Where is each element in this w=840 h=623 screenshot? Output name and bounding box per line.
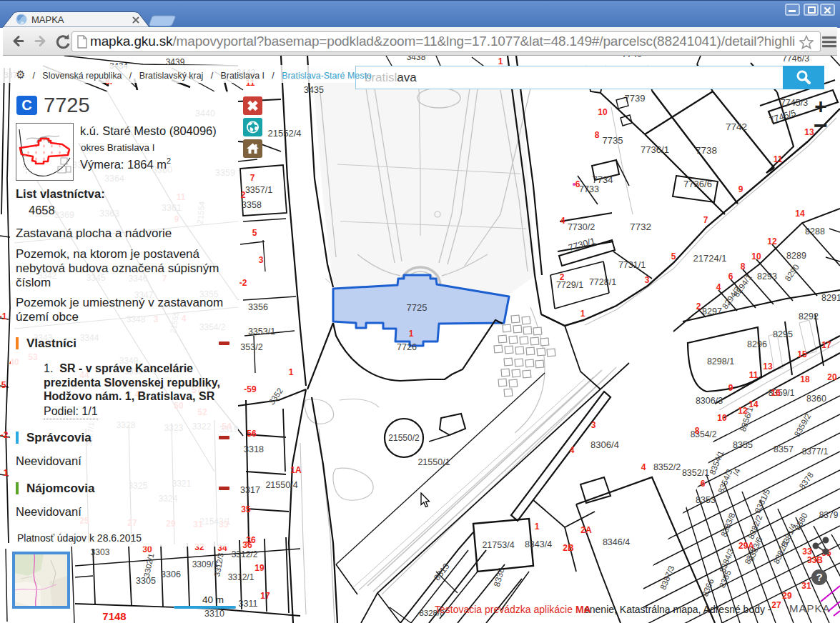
svg-text:2B: 2B xyxy=(563,543,574,553)
svg-text:4: 4 xyxy=(560,216,565,226)
svg-text:4: 4 xyxy=(716,282,721,292)
svg-text:4: 4 xyxy=(570,445,575,455)
svg-text:8298/1: 8298/1 xyxy=(707,357,734,367)
svg-text:3: 3 xyxy=(259,255,264,265)
svg-text:3353/1: 3353/1 xyxy=(248,327,275,337)
svg-text:-2: -2 xyxy=(239,278,247,288)
svg-text:3357/1: 3357/1 xyxy=(245,185,272,195)
svg-text:17: 17 xyxy=(260,591,270,601)
svg-text:31: 31 xyxy=(801,581,811,591)
svg-text:8352/2: 8352/2 xyxy=(653,462,681,472)
svg-text:3311: 3311 xyxy=(239,599,258,609)
svg-text:3317: 3317 xyxy=(240,485,260,495)
svg-text:7732: 7732 xyxy=(630,221,651,232)
svg-text:8357: 8357 xyxy=(774,444,794,454)
svg-text:7735: 7735 xyxy=(603,135,623,146)
svg-text:7733: 7733 xyxy=(579,184,599,194)
svg-text:8306/4: 8306/4 xyxy=(591,439,619,450)
svg-text:1: 1 xyxy=(580,309,585,319)
svg-text:7745/3: 7745/3 xyxy=(781,98,808,108)
svg-text:12: 12 xyxy=(767,236,777,246)
svg-text:8: 8 xyxy=(595,130,600,140)
svg-text:8352/1: 8352/1 xyxy=(682,468,709,478)
svg-text:2: 2 xyxy=(696,301,701,312)
svg-text:1: 1 xyxy=(289,367,294,377)
svg-text:3318: 3318 xyxy=(244,444,264,454)
svg-text:29: 29 xyxy=(782,591,792,601)
svg-text:8289: 8289 xyxy=(786,251,806,261)
svg-text:8: 8 xyxy=(695,426,700,436)
svg-text:35: 35 xyxy=(241,504,251,514)
svg-text:21552/4: 21552/4 xyxy=(268,128,302,139)
svg-text:7736/6: 7736/6 xyxy=(683,179,712,189)
svg-text:6: 6 xyxy=(575,179,580,189)
svg-text:14: 14 xyxy=(795,209,805,219)
svg-text:-59: -59 xyxy=(244,384,257,394)
svg-text:7726: 7726 xyxy=(397,342,417,352)
svg-text:8306/3: 8306/3 xyxy=(696,396,723,406)
svg-text:8293: 8293 xyxy=(757,271,777,281)
svg-text:2A: 2A xyxy=(580,525,592,535)
svg-text:7736/1: 7736/1 xyxy=(641,144,669,155)
svg-text:56: 56 xyxy=(247,429,257,439)
svg-text:21753/4: 21753/4 xyxy=(482,540,514,550)
svg-text:13: 13 xyxy=(763,362,773,372)
svg-text:8353: 8353 xyxy=(696,495,716,505)
svg-text:15: 15 xyxy=(797,349,807,359)
svg-text:16: 16 xyxy=(771,388,781,398)
svg-text:3356: 3356 xyxy=(248,302,268,312)
svg-text:7734: 7734 xyxy=(593,174,613,185)
svg-text:7739: 7739 xyxy=(625,93,646,104)
svg-text:19: 19 xyxy=(255,563,265,573)
svg-text:3: 3 xyxy=(591,420,596,430)
svg-text:9: 9 xyxy=(728,383,733,393)
svg-text:12: 12 xyxy=(738,406,748,416)
svg-text:5: 5 xyxy=(1,380,6,390)
svg-text:1: 1 xyxy=(498,56,503,66)
svg-text:5: 5 xyxy=(671,251,676,261)
svg-text:6: 6 xyxy=(728,271,733,281)
svg-text:8379: 8379 xyxy=(819,510,839,520)
svg-text:6: 6 xyxy=(701,479,706,489)
svg-text:7725: 7725 xyxy=(407,302,428,313)
svg-text:7: 7 xyxy=(703,215,708,225)
svg-text:8296: 8296 xyxy=(747,339,767,349)
svg-text:7: 7 xyxy=(250,173,255,183)
svg-text:3312/1: 3312/1 xyxy=(228,572,255,582)
svg-text:21550/1: 21550/1 xyxy=(417,457,450,467)
svg-text:8292: 8292 xyxy=(799,312,819,322)
svg-text:3310: 3310 xyxy=(204,609,224,619)
svg-text:1: 1 xyxy=(535,522,540,532)
svg-text:10: 10 xyxy=(598,107,608,117)
svg-text:8288: 8288 xyxy=(805,226,825,236)
svg-text:21550/4: 21550/4 xyxy=(265,480,297,490)
svg-text:3435: 3435 xyxy=(304,85,324,95)
svg-text:353/2: 353/2 xyxy=(240,342,262,352)
svg-text:2: 2 xyxy=(241,190,246,200)
svg-text:3358: 3358 xyxy=(242,200,262,210)
svg-text:18: 18 xyxy=(800,374,810,384)
svg-text:10: 10 xyxy=(717,413,727,423)
svg-text:7738: 7738 xyxy=(696,145,717,156)
svg-text:4: 4 xyxy=(641,462,646,472)
svg-text:8360: 8360 xyxy=(806,394,826,404)
svg-text:7728/1: 7728/1 xyxy=(589,277,616,287)
svg-text:33B: 33B xyxy=(807,555,823,565)
svg-text:17: 17 xyxy=(821,340,831,350)
svg-text:3: 3 xyxy=(645,275,650,285)
svg-text:7731/1: 7731/1 xyxy=(618,260,646,270)
svg-text:7148: 7148 xyxy=(102,610,126,622)
svg-text:27: 27 xyxy=(771,600,781,610)
svg-text:11: 11 xyxy=(749,370,759,380)
svg-text:21550/2: 21550/2 xyxy=(388,433,420,443)
svg-text:14: 14 xyxy=(748,399,759,409)
svg-text:8297: 8297 xyxy=(702,306,722,317)
svg-text:8295: 8295 xyxy=(773,329,793,339)
svg-text:21724/1: 21724/1 xyxy=(693,253,727,264)
svg-text:8377/1: 8377/1 xyxy=(802,447,829,457)
svg-text:7730/2: 7730/2 xyxy=(568,222,595,232)
svg-text:7742: 7742 xyxy=(726,121,747,132)
svg-text:5: 5 xyxy=(252,228,257,238)
svg-text:29A: 29A xyxy=(738,541,754,551)
svg-text:1: 1 xyxy=(409,329,414,339)
